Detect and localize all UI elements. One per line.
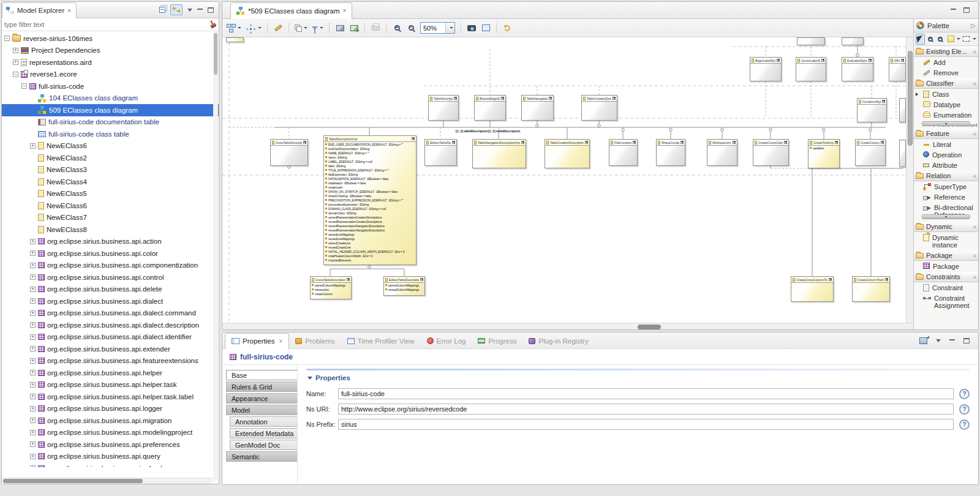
tree-item-full-sirius-code-class-table[interactable]: full-sirius-code class table [2, 128, 219, 140]
class-box-createcolumntoolimpl[interactable]: CreateColumnToolImpl [852, 276, 890, 302]
property-tab-semantic[interactable]: Semantic [226, 451, 297, 462]
zoom-combo[interactable] [420, 22, 455, 34]
tree-expander-icon[interactable]: + [30, 418, 36, 423]
tree-expander-icon[interactable]: + [30, 430, 36, 435]
expand-corner-icon[interactable] [412, 137, 415, 140]
tree-expander-icon[interactable]: + [30, 143, 36, 149]
expand-corner-icon[interactable] [452, 141, 455, 144]
tree-expander-icon[interactable]: + [30, 334, 36, 340]
layers-button[interactable] [480, 21, 492, 35]
tree-item-reverse1-ecore[interactable]: −reverse1.ecore [2, 69, 219, 81]
class-box-editiontabledescriptionimpl[interactable]: EditionTableDescriptionImplownedColumnMa… [383, 276, 425, 296]
class-box-tablecreationdescriptionimpl[interactable]: TableCreationDescriptionImpl [545, 139, 590, 168]
tree-item-org-eclipse-sirius-business-api-modelingproject[interactable]: +org.eclipse.sirius.business.api.modelin… [2, 427, 219, 439]
field-input-name[interactable] [338, 388, 954, 399]
class-box-centerlabelstyle[interactable]: CenterLabelStyle [796, 57, 826, 81]
clear-filter-icon[interactable] [208, 20, 217, 29]
tree-item-full-sirius-code[interactable]: −full-sirius-code [2, 80, 219, 92]
tree-item-org-eclipse-sirius-business-api-query[interactable]: +org.eclipse.sirius.business.api.query [2, 451, 219, 463]
palette-item-operation[interactable]: Operation [914, 149, 978, 160]
tree-item-org-eclipse-sirius-business-api-control[interactable]: +org.eclipse.sirius.business.api.control [2, 271, 219, 284]
tree-item-org-eclipse-sirius-business-api-refresh[interactable]: +org.eclipse.sirius.business.api.refresh [2, 462, 219, 467]
field-input-ns-prefix[interactable] [338, 419, 954, 430]
class-box-containerstyle[interactable]: ContainerStyle [857, 98, 887, 122]
class-box-tabledescription[interactable]: TableDescription [428, 95, 459, 121]
field-input-ns-uri[interactable] [338, 404, 954, 415]
export-model-button[interactable] [348, 21, 360, 35]
class-box-crosstabledescriptionimpl[interactable]: CrossTableDescriptionImplownedColumnMapp… [310, 276, 352, 299]
section-header[interactable]: Properties [306, 370, 970, 384]
property-tab-genmodel-doc[interactable]: GenModel Doc [230, 440, 297, 450]
minimize-icon[interactable] [951, 8, 956, 10]
tree-item-org-eclipse-sirius-business-api-dialect-description[interactable]: +org.eclipse.sirius.business.api.dialect… [2, 319, 219, 331]
expand-corner-icon[interactable] [585, 141, 588, 144]
close-icon[interactable]: × [343, 7, 347, 14]
property-tab-annotation[interactable]: Annotation [230, 416, 297, 427]
tree-item-full-sirius-code-documentation-table[interactable]: full-sirius-code documentation table [2, 116, 219, 129]
tree-expander-icon[interactable]: + [30, 346, 36, 351]
property-tab-appearance[interactable]: Appearance [226, 393, 297, 404]
tree-expander-icon[interactable]: + [30, 274, 36, 280]
tree-expander-icon[interactable]: + [30, 454, 36, 459]
tree-expander-icon[interactable]: − [21, 83, 27, 89]
maximize-icon[interactable] [208, 7, 214, 13]
help-icon[interactable]: ? [959, 404, 970, 415]
class-box-tabledescriptionimpl[interactable]: TableDescriptionImplEND_USER_DOCUMENTATI… [323, 135, 417, 265]
pin-icon[interactable]: « [973, 274, 976, 280]
palette-group-package[interactable]: Package« [914, 250, 978, 261]
palette-scroll-indicator[interactable]: ▾ [922, 121, 970, 126]
expand-corner-icon[interactable] [420, 278, 423, 281]
filter-button[interactable] [311, 21, 325, 35]
palette-collapse-icon[interactable]: ▷ [971, 22, 976, 29]
expand-corner-icon[interactable] [821, 59, 824, 62]
refresh-button[interactable] [501, 21, 513, 35]
tab-properties[interactable]: Properties× [225, 333, 289, 349]
tree-item-org-eclipse-sirius-business-api-action[interactable]: +org.eclipse.sirius.business.api.action [2, 236, 219, 248]
tree-expander-icon[interactable]: + [30, 406, 36, 411]
tab-plug-in-registry[interactable]: Plug-in Registry [522, 333, 594, 349]
expand-corner-icon[interactable] [549, 97, 552, 100]
palette-group-classifier[interactable]: Classifier« [914, 78, 978, 89]
zoom-in-button[interactable] [391, 21, 403, 35]
canvas-horizontal-scrollbar[interactable] [222, 323, 913, 330]
pin-icon[interactable]: « [973, 252, 976, 259]
tree-item-neweclass6[interactable]: NewEClass6 [2, 200, 219, 212]
tree-item-org-eclipse-sirius-business-api-logger[interactable]: +org.eclipse.sirius.business.api.logger [2, 403, 219, 415]
palette-item-enumeration[interactable]: Enumeration [914, 110, 978, 120]
tree-item-neweclass5[interactable]: NewEClass5 [2, 188, 219, 200]
tree-item-org-eclipse-sirius-business-api-helper-task[interactable]: +org.eclipse.sirius.business.api.helper.… [2, 379, 219, 391]
expand-corner-icon[interactable] [501, 97, 504, 100]
tree-item-org-eclipse-sirius-business-api-dialect[interactable]: +org.eclipse.sirius.business.api.dialect [2, 295, 219, 307]
palette-item-add[interactable]: Add [914, 57, 978, 67]
close-icon[interactable]: × [67, 7, 71, 14]
palette-item-datatype[interactable]: Datatype [914, 99, 978, 110]
class-box-flatcontainerstyle[interactable]: FlatContainerStyle [609, 139, 638, 166]
tree-item-neweclass4[interactable]: NewEClass4 [2, 176, 219, 188]
tab-model-explorer[interactable]: Model Explorer × [2, 2, 77, 18]
class-box-tablecreationdescription[interactable]: TableCreationDescription [581, 95, 617, 121]
filter-input[interactable] [4, 20, 207, 30]
tree-expander-icon[interactable]: + [30, 263, 36, 268]
tree-item-neweclass8[interactable]: NewEClass8 [2, 224, 219, 236]
expand-corner-icon[interactable] [454, 97, 457, 100]
tree-expander-icon[interactable]: + [30, 465, 36, 467]
chevron-down-icon[interactable] [957, 38, 960, 40]
tab-error-log[interactable]: Error Log [421, 333, 472, 349]
expand-corner-icon[interactable] [901, 59, 904, 62]
pin-icon[interactable]: « [973, 224, 976, 230]
tree-expander-icon[interactable]: − [13, 72, 18, 77]
tab-problems[interactable]: Problems [289, 333, 341, 349]
palette-item-remove[interactable]: Remove [914, 67, 978, 78]
section-collapse-icon[interactable] [307, 377, 312, 380]
palette-scroll-indicator[interactable]: ▾ [922, 214, 970, 219]
tree-expander-icon[interactable]: + [30, 358, 36, 364]
minimize-icon[interactable] [197, 8, 203, 10]
tree-expander-icon[interactable]: + [30, 382, 36, 388]
zoom-input[interactable] [421, 24, 445, 32]
tree-item-509-eclasses-class-diagram[interactable]: 509 EClasses class diagram [2, 104, 219, 116]
tree-item-org-eclipse-sirius-business-api-dialect-command[interactable]: +org.eclipse.sirius.business.api.dialect… [2, 307, 219, 320]
print-button[interactable] [369, 21, 382, 35]
class-box-beginlabelstyle[interactable]: BeginLabelStyle [750, 57, 782, 81]
palette-item-dynamic-instance[interactable]: Dynamic instance [914, 232, 978, 250]
expand-corner-icon[interactable] [885, 278, 888, 281]
